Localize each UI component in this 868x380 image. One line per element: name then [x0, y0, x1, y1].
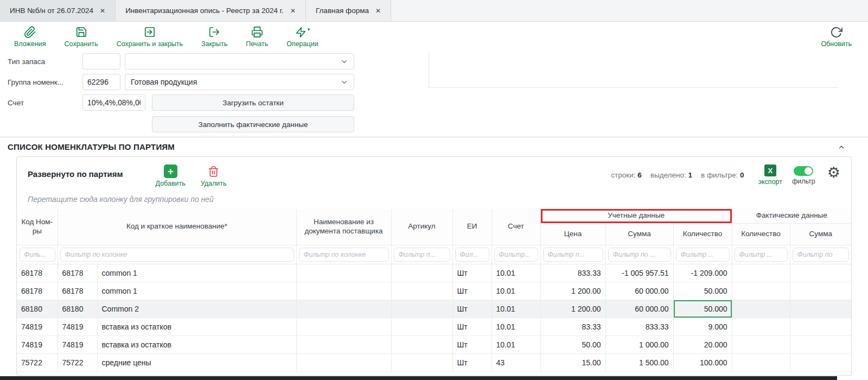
table-cell[interactable] — [391, 335, 452, 353]
filter-input-sum[interactable] — [608, 248, 671, 262]
filter-input-price[interactable] — [543, 248, 603, 262]
table-cell[interactable]: 20.000 — [673, 335, 732, 353]
table-cell[interactable]: средние цены — [97, 353, 296, 371]
stock-type-select[interactable] — [125, 53, 354, 69]
table-cell[interactable]: 50.00 — [540, 335, 605, 353]
table-cell[interactable]: 68178 — [58, 264, 97, 282]
filter-input-fact-qty[interactable] — [735, 248, 788, 262]
settings-gear-icon[interactable]: ⚙ — [827, 166, 840, 180]
tab-inventory-registry[interactable]: Инвентаризационная опись - Реестр за 202… — [116, 0, 306, 21]
col-qty-header[interactable]: Количество — [673, 223, 732, 245]
table-cell[interactable]: 74819 — [58, 335, 97, 353]
tab-close-icon[interactable]: ✕ — [290, 8, 296, 14]
table-row[interactable]: 74819 74819 вставка из остатков Шт 10.01… — [17, 318, 851, 335]
filter-input-unit[interactable] — [455, 248, 489, 262]
table-cell[interactable]: 43 — [492, 353, 540, 371]
tab-close-icon[interactable]: ✕ — [100, 8, 105, 14]
table-cell[interactable]: 68178 — [17, 264, 58, 282]
table-cell[interactable] — [732, 318, 790, 335]
refresh-button[interactable]: Обновить — [821, 26, 852, 48]
tab-close-icon[interactable]: ✕ — [375, 8, 381, 14]
load-balances-button[interactable]: Загрузить остатки — [152, 94, 354, 111]
filter-input-account[interactable] — [494, 248, 538, 262]
table-cell[interactable] — [732, 335, 790, 353]
col-code-header[interactable]: Код Ном-ры — [17, 209, 58, 245]
table-cell[interactable] — [391, 300, 452, 318]
tab-inv-document[interactable]: ИНВ №б/н от 26.07.2024 ✕ — [0, 0, 116, 21]
table-row[interactable]: 68178 68178 common 1 Шт 10.01 1 200.00 6… — [17, 282, 851, 300]
table-cell[interactable]: 15.00 — [540, 353, 605, 371]
table-cell[interactable] — [391, 264, 452, 282]
table-cell[interactable] — [391, 282, 452, 300]
table-cell[interactable]: Common 2 — [97, 300, 296, 318]
table-cell[interactable]: 833.33 — [540, 264, 605, 282]
table-cell[interactable]: -1 005 957.51 — [605, 264, 673, 282]
table-cell[interactable]: 1 200.00 — [540, 282, 605, 300]
table-cell[interactable]: Шт — [452, 318, 492, 335]
toggle-on-icon[interactable] — [794, 166, 813, 176]
add-row-button[interactable]: + Добавить — [156, 164, 186, 187]
table-cell[interactable]: common 1 — [97, 264, 296, 282]
table-cell[interactable]: Шт — [452, 264, 492, 282]
table-cell[interactable] — [790, 264, 851, 282]
filter-toggle[interactable]: фильтр — [792, 164, 815, 185]
table-cell[interactable]: 10.01 — [492, 282, 540, 300]
table-cell[interactable]: 9.000 — [673, 318, 732, 335]
col-unit-header[interactable]: ЕИ — [452, 209, 492, 245]
table-cell[interactable]: 68180 — [58, 300, 97, 318]
table-cell[interactable] — [391, 353, 452, 371]
table-cell[interactable] — [732, 282, 790, 300]
table-cell[interactable]: 10.01 — [492, 264, 540, 282]
table-cell[interactable]: вставка из остатков — [97, 335, 296, 353]
table-cell[interactable]: вставка из остатков — [97, 318, 296, 335]
save-button[interactable]: Сохранить — [65, 26, 98, 48]
table-cell[interactable] — [296, 335, 391, 353]
print-button[interactable]: Печать — [246, 26, 268, 48]
table-row[interactable]: 75722 75722 средние цены Шт 43 15.00 1 5… — [17, 353, 851, 371]
table-cell[interactable]: 74819 — [17, 318, 58, 335]
table-cell[interactable]: 68178 — [17, 282, 58, 300]
table-cell[interactable] — [296, 264, 391, 282]
delete-row-button[interactable]: Удалить — [201, 164, 227, 187]
close-button[interactable]: Закрыть — [201, 26, 227, 48]
col-account-header[interactable]: Счет — [492, 209, 540, 245]
col-price-header[interactable]: Цена — [540, 223, 605, 245]
table-cell[interactable]: 74819 — [17, 335, 58, 353]
table-cell[interactable] — [790, 318, 851, 335]
table-cell[interactable]: Шт — [452, 300, 492, 318]
table-cell[interactable] — [790, 335, 851, 353]
col-name-header[interactable]: Код и краткое наименование* — [58, 209, 296, 245]
account-input[interactable] — [82, 94, 145, 111]
table-cell[interactable]: 68178 — [58, 282, 97, 300]
table-cell[interactable]: Шт — [452, 282, 492, 300]
save-and-close-button[interactable]: Сохранить и закрыть — [117, 26, 183, 48]
table-cell[interactable] — [732, 264, 790, 282]
table-cell[interactable] — [790, 282, 851, 300]
table-cell[interactable]: 50.000 — [673, 282, 732, 300]
table-row[interactable]: 68178 68178 common 1 Шт 10.01 833.33 -1 … — [17, 264, 851, 282]
filter-input-fact-sum[interactable] — [793, 248, 850, 262]
nomenclature-group-code-input[interactable] — [82, 74, 120, 90]
table-cell[interactable]: 83.33 — [540, 318, 605, 335]
col-fact-sum-header[interactable]: Сумма — [790, 223, 851, 245]
table-cell[interactable] — [790, 353, 851, 371]
col-doc-name-header[interactable]: Наименование из документа поставщика — [296, 209, 391, 245]
table-cell[interactable] — [391, 318, 452, 335]
filter-input-article[interactable] — [394, 248, 450, 262]
col-article-header[interactable]: Артикул — [391, 209, 452, 245]
selected-cell[interactable]: 50.000 — [673, 300, 732, 318]
table-cell[interactable]: 10.01 — [492, 300, 540, 318]
table-cell[interactable] — [732, 353, 790, 371]
filter-input-qty[interactable] — [676, 248, 730, 262]
stock-type-code-input[interactable] — [82, 53, 120, 69]
col-fact-qty-header[interactable]: Количество — [732, 223, 790, 245]
table-cell[interactable]: 10.01 — [492, 318, 540, 335]
table-cell[interactable] — [296, 282, 391, 300]
table-row-selected[interactable]: 68180 68180 Common 2 Шт 10.01 1 200.00 6… — [17, 300, 851, 318]
excel-export-button[interactable]: X экспорт — [758, 164, 782, 186]
col-sum-header[interactable]: Сумма — [605, 223, 673, 245]
table-cell[interactable] — [296, 353, 391, 371]
table-cell[interactable]: Шт — [452, 353, 492, 371]
table-cell[interactable] — [296, 300, 391, 318]
table-cell[interactable]: 10.01 — [492, 335, 540, 353]
